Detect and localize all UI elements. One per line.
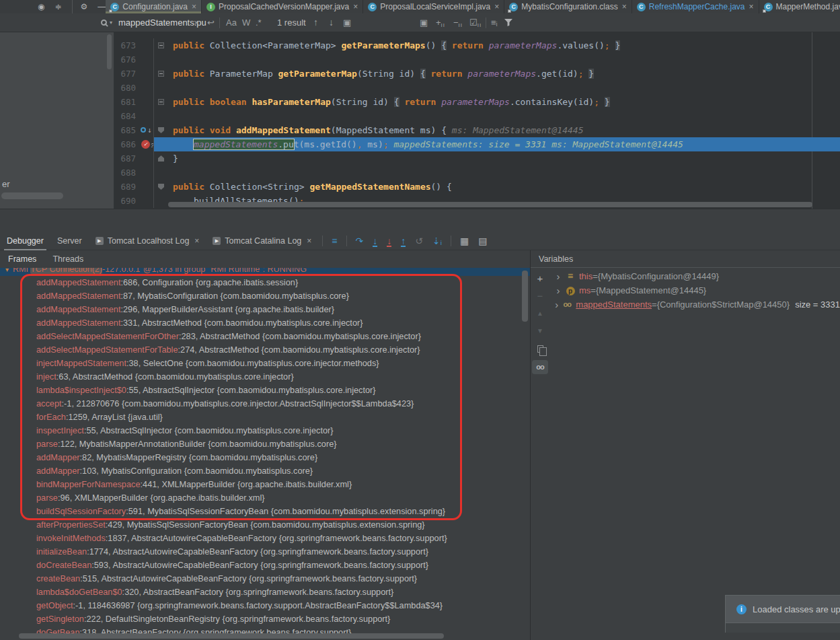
evaluate-expression-icon[interactable]: ▦: [460, 232, 469, 250]
stack-frame-row[interactable]: createBean:515, AbstractAutowireCapableB…: [0, 572, 530, 585]
code-line[interactable]: 688: [114, 166, 840, 180]
filter-lines-icon[interactable]: ≡ᵢ: [491, 13, 498, 32]
prev-occurrence-icon[interactable]: ↑: [313, 13, 318, 32]
code-line[interactable]: 689public Collection<String> getMappedSt…: [114, 180, 840, 194]
editor-tab[interactable]: CMapperMethod.java×: [759, 0, 840, 13]
fold-column[interactable]: [153, 95, 168, 109]
close-tab-icon[interactable]: ×: [622, 3, 627, 11]
gear-icon[interactable]: ⚙: [72, 0, 88, 13]
thread-expand-icon[interactable]: ▾: [5, 268, 9, 273]
hamburger-menu-icon[interactable]: ≡: [332, 232, 337, 250]
debug-tab-tomcat-localhost-log[interactable]: ▶Tomcat Localhost Log×: [89, 232, 206, 250]
remove-occurrence-icon[interactable]: −II: [453, 13, 463, 32]
variable-row[interactable]: ›oomappedStatements = {Configuration$Str…: [549, 297, 840, 312]
stack-frame-row[interactable]: accept:-1, 212870676 {com.baomidou.mybat…: [0, 397, 530, 411]
next-occurrence-icon[interactable]: ↓: [329, 13, 334, 32]
code-line[interactable]: 684: [114, 109, 840, 123]
fold-column[interactable]: [153, 109, 168, 123]
close-tab-icon[interactable]: ×: [749, 3, 753, 11]
stack-frame-row[interactable]: parse:96, XMLMapperBuilder {org.apache.i…: [0, 491, 530, 505]
editor-tab[interactable]: IProposalCachedVersionMapper.java×: [202, 0, 363, 13]
stack-frame-row[interactable]: doCreateBean:593, AbstractAutowireCapabl…: [0, 559, 530, 572]
code-line[interactable]: 680: [114, 81, 840, 95]
regex-toggle[interactable]: .*: [256, 13, 262, 32]
add-occurrence-icon[interactable]: +II: [436, 13, 445, 32]
stack-frame-row[interactable]: inject:63, AbstractMethod {com.baomidou.…: [0, 370, 530, 384]
stack-frame-row[interactable]: addMapper:82, MybatisMapperRegistry {com…: [0, 451, 530, 464]
step-into-icon[interactable]: ↓: [373, 232, 377, 250]
fold-column[interactable]: [153, 180, 168, 194]
gutter-icon-slot[interactable]: [140, 151, 153, 166]
stack-frame-row[interactable]: parse:122, MybatisMapperAnnotationBuilde…: [0, 437, 530, 451]
layout-settings-icon[interactable]: ▤: [478, 232, 487, 250]
variable-row[interactable]: ›≡this = {MybatisConfiguration@14449}: [549, 269, 840, 283]
code-line[interactable]: 686✓mappedStatements.put(ms.getId(), ms)…: [114, 137, 840, 151]
gutter-icon-slot[interactable]: [140, 95, 153, 109]
stack-frame-row[interactable]: addMappedStatement:686, Configuration {o…: [0, 276, 530, 289]
fold-column[interactable]: [153, 166, 168, 180]
stack-frame-row[interactable]: injectMappedStatement:38, SelectOne {com…: [0, 357, 530, 370]
debug-tab-server[interactable]: Server: [50, 232, 89, 250]
variable-row[interactable]: ›pms = {MappedStatement@14445}: [549, 283, 840, 297]
chevron-right-icon[interactable]: ›: [553, 283, 563, 297]
close-tab-icon[interactable]: ×: [307, 232, 311, 250]
gutter-icon-slot[interactable]: ↓: [140, 123, 153, 137]
chevron-right-icon[interactable]: ›: [553, 269, 563, 283]
add-watch-icon[interactable]: +: [533, 271, 547, 288]
fold-column[interactable]: [153, 123, 168, 137]
gutter-icon-slot[interactable]: [140, 81, 153, 95]
close-tab-icon[interactable]: ×: [494, 3, 499, 11]
drop-frame-icon[interactable]: ↺: [415, 232, 423, 250]
toggle-occurrences-icon[interactable]: ☑II: [469, 13, 482, 32]
fold-marker-icon[interactable]: [158, 127, 164, 133]
gutter-icon-slot[interactable]: [140, 67, 153, 81]
stack-frame-row[interactable]: afterPropertiesSet:429, MybatisSqlSessio…: [0, 518, 530, 532]
step-over-icon[interactable]: ↷: [356, 232, 364, 250]
stack-frame-row[interactable]: addSelectMappedStatementForOther:283, Ab…: [0, 330, 530, 343]
debug-tab-tomcat-catalina-log[interactable]: ▶Tomcat Catalina Log×: [206, 232, 318, 250]
force-step-into-icon[interactable]: ↓: [387, 232, 391, 250]
breakpoint-icon[interactable]: ✓: [141, 140, 150, 149]
search-icon[interactable]: [101, 20, 107, 26]
show-watches-icon[interactable]: oo: [532, 360, 548, 374]
code-line[interactable]: 685↓public void addMappedStatement(Mappe…: [114, 123, 840, 137]
step-out-icon[interactable]: ↑: [401, 232, 406, 250]
left-panel-horizontal-scrollbar[interactable]: [1, 192, 63, 199]
stack-frame-row[interactable]: addMappedStatement:296, MapperBuilderAss…: [0, 303, 530, 316]
fold-column[interactable]: [153, 52, 168, 67]
editor-tab[interactable]: CConfiguration.java×: [106, 0, 202, 13]
fold-column[interactable]: [153, 194, 168, 208]
frames-vertical-scrollbar[interactable]: [522, 271, 528, 322]
editor-tab[interactable]: CProposalLocalServiceImpl.java×: [363, 0, 504, 13]
clear-search-icon[interactable]: ×: [194, 13, 199, 32]
split-view-icon[interactable]: ≑: [54, 0, 61, 13]
run-to-cursor-icon[interactable]: ⇣ᵢ: [432, 232, 442, 250]
fold-column[interactable]: [153, 81, 168, 95]
stack-frame-row[interactable]: addMapper:103, MybatisConfiguration {com…: [0, 464, 530, 478]
code-line[interactable]: 681public boolean hasParameterMap(String…: [114, 95, 840, 109]
editor-horizontal-scrollbar[interactable]: [168, 202, 812, 207]
open-in-find-window-icon[interactable]: ▣: [343, 13, 351, 32]
debug-tab-debugger[interactable]: Debugger: [0, 232, 50, 250]
move-up-icon[interactable]: ▲: [533, 306, 547, 323]
gutter-icon-slot[interactable]: [140, 166, 153, 180]
stack-frame-row[interactable]: lambda$inspectInject$0:55, AbstractSqlIn…: [0, 384, 530, 397]
fold-marker-icon[interactable]: [158, 155, 164, 162]
subtab-threads[interactable]: Threads: [44, 250, 91, 268]
move-down-icon[interactable]: ▼: [533, 323, 547, 341]
stack-frame-row[interactable]: buildSqlSessionFactory:591, MybatisSqlSe…: [0, 505, 530, 518]
fold-column[interactable]: [153, 137, 168, 151]
frames-horizontal-scrollbar[interactable]: [19, 633, 444, 639]
select-occurrences-icon[interactable]: ▣: [420, 13, 428, 32]
fold-marker-icon[interactable]: [158, 99, 164, 105]
stack-frame-row[interactable]: lambda$doGetBean$0:320, AbstractBeanFact…: [0, 585, 530, 599]
gutter-icon-slot[interactable]: [140, 52, 153, 67]
stack-frame-row[interactable]: forEach:1259, ArrayList {java.util}: [0, 411, 530, 424]
fold-column[interactable]: [153, 151, 168, 166]
code-line[interactable]: 687}: [114, 151, 840, 166]
code-editor[interactable]: 673public Collection<ParameterMap> getPa…: [114, 32, 840, 209]
gutter-icon-slot[interactable]: ✓: [140, 137, 153, 151]
remove-watch-icon[interactable]: −: [533, 288, 547, 306]
code-line[interactable]: 673public Collection<ParameterMap> getPa…: [114, 38, 840, 52]
filter-icon[interactable]: [504, 19, 512, 26]
